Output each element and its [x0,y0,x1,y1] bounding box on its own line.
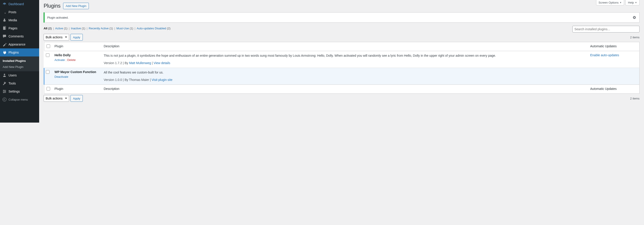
plugin-name: Hello Dolly [54,53,99,57]
column-plugin: Plugin [52,85,102,94]
plugin-meta: Version 1.0.0 | By Thomas Maier | Visit … [104,78,586,82]
menu-label: Pages [8,27,18,30]
filter-count: (2) [48,27,52,30]
filter-count: (1) [130,27,133,30]
menu-label: Tools [8,82,16,85]
menu-label: Media [8,18,17,22]
search-input[interactable] [572,26,640,33]
dismiss-icon[interactable] [632,15,636,20]
menu-label: Plugins [8,51,19,54]
menu-item-pages[interactable]: Pages [0,24,39,32]
main-content: Screen Options ▼ Help ▼ Plugins Add New … [39,0,644,123]
author-link[interactable]: Matt Mullenweg [129,61,151,65]
user-icon [2,73,7,78]
filter-count: (1) [64,27,68,30]
menu-item-comments[interactable]: Comments [0,32,39,40]
filter-link[interactable]: Recently Active (1) [89,27,113,30]
admin-sidebar: DashboardPostsMediaPagesCommentsAppearan… [0,0,39,123]
help-label: Help [628,1,634,4]
tool-icon [2,81,7,86]
help-button[interactable]: Help ▼ [626,0,640,5]
table-row: WP Mayor Custom FunctionDeactivateAll th… [44,68,640,85]
menu-label: Comments [8,35,24,38]
plugins-table: Plugin Description Automatic Updates Hel… [44,42,640,94]
meta-link[interactable]: Visit plugin site [152,78,172,82]
page-title: Plugins [44,3,60,9]
meta-link[interactable]: View details [154,61,170,65]
dashboard-icon [2,2,7,6]
filter-link[interactable]: Active (1) [55,27,68,30]
pin-icon [2,10,7,14]
enable-auto-updates-link[interactable]: Enable auto-updates [590,53,619,57]
collapse-menu[interactable]: Collapse menu [0,95,39,104]
screen-options-button[interactable]: Screen Options ▼ [596,0,624,5]
chevron-down-icon: ▼ [635,1,637,4]
menu-label: Settings [8,90,20,93]
svg-point-9 [5,91,6,92]
notice-text: Plugin activated. [47,16,68,19]
row-action[interactable]: Deactivate [54,75,68,78]
screen-options-label: Screen Options [598,1,619,4]
filter-count: (1) [110,27,113,30]
apply-button[interactable]: Apply [70,34,83,41]
menu-label: Users [8,74,17,77]
filter-link[interactable]: Inactive (1) [71,27,85,30]
row-action[interactable]: Delete [67,58,76,62]
bulk-actions-select[interactable]: Bulk actions [44,34,69,41]
plugin-description: All the cool features we custom-built fo… [104,70,586,75]
comment-icon [2,34,7,39]
menu-item-plugins[interactable]: Plugins [0,48,39,57]
row-action[interactable]: Activate [54,58,65,62]
menu-item-settings[interactable]: Settings [0,87,39,95]
menu-item-appearance[interactable]: Appearance [0,40,39,48]
submenu-item[interactable]: Add New Plugin [0,64,39,70]
menu-item-dashboard[interactable]: Dashboard [0,0,39,8]
menu-item-media[interactable]: Media [0,16,39,24]
column-description: Description [102,85,588,94]
items-count: 2 items [630,97,640,100]
table-row: Hello DollyActivate | DeleteThis is not … [44,51,640,68]
row-actions: Deactivate [54,75,99,78]
appearance-icon [2,42,7,47]
add-new-plugin-button[interactable]: Add New Plugin [63,3,89,9]
page-icon [2,26,7,31]
menu-label: Appearance [8,43,26,46]
column-auto-updates: Automatic Updates [588,85,640,94]
items-count: 2 items [630,36,640,39]
menu-item-users[interactable]: Users [0,71,39,79]
row-checkbox[interactable] [46,53,50,57]
row-actions: Activate | Delete [54,58,99,62]
bulk-actions-select[interactable]: Bulk actions [44,95,69,102]
filter-link[interactable]: Auto-updates Disabled (2) [137,27,170,30]
separator: | [53,27,54,30]
menu-label: Posts [8,10,16,14]
svg-point-1 [4,19,5,20]
menu-item-posts[interactable]: Posts [0,8,39,16]
column-description: Description [102,42,588,51]
separator: | [66,58,66,62]
filter-link[interactable]: All (2) [44,27,52,30]
submenu-item[interactable]: Installed Plugins [0,58,39,64]
plugin-description: This is not just a plugin, it symbolizes… [104,53,586,58]
column-plugin: Plugin [52,42,102,51]
svg-point-11 [3,98,6,101]
media-icon [2,18,7,23]
plugin-meta: Version 1.7.2 | By Matt Mullenweg | View… [104,61,586,65]
svg-point-4 [4,74,5,75]
separator: | [69,27,69,30]
collapse-label: Collapse menu [8,98,28,101]
filter-count: (2) [167,27,170,30]
separator: | [114,27,115,30]
collapse-icon [2,97,7,102]
filter-link[interactable]: Must-Use (1) [116,27,133,30]
menu-label: Dashboard [8,2,24,6]
separator: | [86,27,87,30]
apply-button[interactable]: Apply [70,95,83,102]
menu-item-tools[interactable]: Tools [0,79,39,87]
plugin-filters: All (2) | Active (1) | Inactive (1) | Re… [44,26,170,32]
select-all-checkbox[interactable] [46,44,50,48]
select-all-checkbox[interactable] [46,87,50,91]
row-checkbox[interactable] [46,70,50,74]
separator: | [134,27,135,30]
chevron-down-icon: ▼ [620,1,622,4]
